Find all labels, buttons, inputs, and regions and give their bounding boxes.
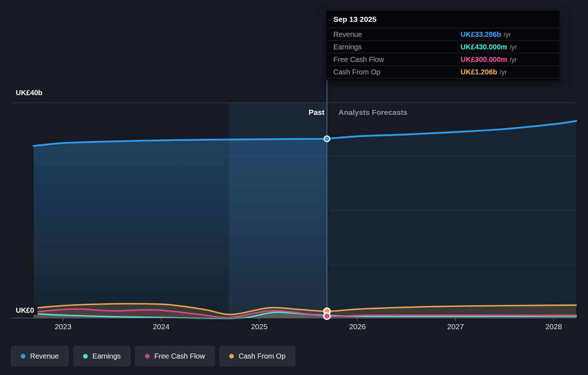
forecast-section-label: Analysts Forecasts (338, 108, 408, 117)
legend-dot-icon (83, 354, 88, 359)
legend-label: Earnings (92, 352, 121, 360)
tooltip-date: Sep 13 2025 (327, 11, 559, 28)
chart-stage: UK£40b UK£0 202320242025202620272028 Pas… (0, 0, 588, 375)
chart-legend: RevenueEarningsFree Cash FlowCash From O… (11, 346, 295, 366)
chart-tooltip: Sep 13 2025 RevenueUK£33.286b/yrEarnings… (327, 11, 559, 81)
x-axis-label-2025: 2025 (251, 322, 268, 331)
tooltip-row-value: UK£430.000m/yr (461, 43, 517, 51)
tooltip-row-value: UK£300.000m/yr (461, 55, 517, 64)
free-cash-flow-marker-dot[interactable] (324, 313, 330, 319)
tooltip-row-value: UK£1.206b/yr (461, 68, 507, 76)
tooltip-row-unit: /yr (510, 56, 517, 63)
x-axis-label-2028: 2028 (545, 322, 562, 331)
tooltip-rows: RevenueUK£33.286b/yrEarningsUK£430.000m/… (327, 28, 559, 78)
revenue-forecast-area (327, 121, 576, 318)
tooltip-row-unit: /yr (510, 44, 517, 51)
legend-label: Free Cash Flow (154, 352, 205, 360)
legend-item-cash-from-op[interactable]: Cash From Op (219, 346, 295, 366)
x-axis-label-2024: 2024 (153, 322, 170, 331)
tooltip-row-label: Earnings (333, 43, 362, 51)
x-axis-label-2027: 2027 (447, 322, 464, 331)
tooltip-row-earnings: EarningsUK£430.000m/yr (327, 40, 559, 53)
legend-label: Revenue (30, 352, 59, 360)
tooltip-row-label: Cash From Op (333, 68, 380, 76)
y-axis-label-40b: UK£40b (16, 88, 46, 97)
tooltip-row-unit: /yr (503, 31, 511, 38)
legend-item-free-cash-flow[interactable]: Free Cash Flow (135, 346, 215, 366)
y-axis-label-0: UK£0 (16, 306, 38, 315)
past-section-label: Past (309, 108, 324, 117)
revenue-marker-dot[interactable] (324, 136, 330, 142)
tooltip-row-label: Revenue (333, 30, 362, 39)
legend-label: Cash From Op (238, 352, 285, 360)
tooltip-row-label: Free Cash Flow (333, 55, 384, 64)
tooltip-row-value: UK£33.286b/yr (461, 30, 511, 39)
legend-item-earnings[interactable]: Earnings (73, 346, 131, 366)
tooltip-row-revenue: RevenueUK£33.286b/yr (327, 28, 559, 40)
legend-dot-icon (145, 354, 150, 359)
legend-dot-icon (229, 354, 234, 359)
legend-item-revenue[interactable]: Revenue (11, 346, 69, 366)
x-axis-label-2026: 2026 (349, 322, 366, 331)
x-axis-label-2023: 2023 (55, 322, 72, 331)
tooltip-row-cash-from-op: Cash From OpUK£1.206b/yr (327, 65, 559, 78)
tooltip-row-free-cash-flow: Free Cash FlowUK£300.000m/yr (327, 53, 559, 65)
legend-dot-icon (21, 354, 25, 359)
tooltip-row-unit: /yr (500, 69, 507, 76)
